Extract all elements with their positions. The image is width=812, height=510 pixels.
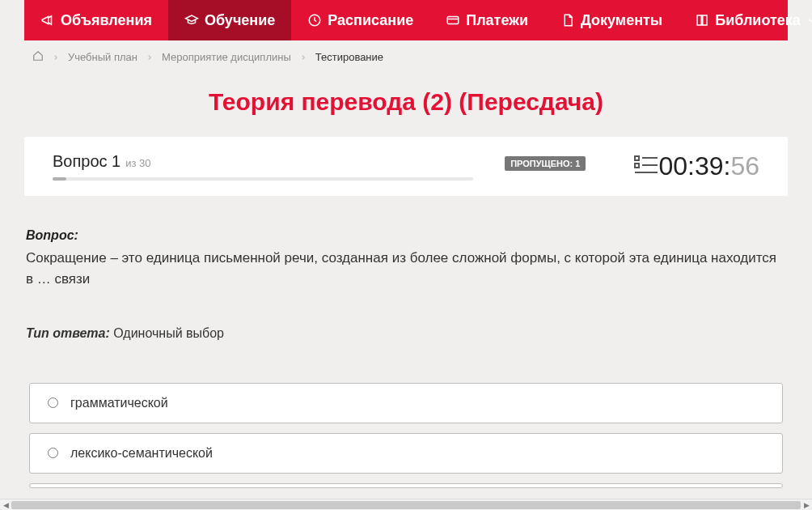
- document-icon: [560, 13, 575, 28]
- nav-item-payments[interactable]: Платежи: [429, 0, 544, 40]
- progress-fill: [53, 177, 66, 181]
- answer-option[interactable]: лексико-семантической: [29, 433, 783, 474]
- question-total-label: из 30: [125, 157, 150, 169]
- question-body: Вопрос: Сокращение – это единица письмен…: [24, 228, 788, 341]
- nav-label: Платежи: [466, 12, 528, 29]
- scroll-left-arrow-icon[interactable]: ◀: [0, 499, 11, 511]
- skipped-badge: ПРОПУЩЕНО: 1: [505, 156, 586, 171]
- nav-label: Библиотека: [715, 12, 801, 29]
- clock-icon: [307, 13, 322, 28]
- timer-seconds: 56: [730, 151, 759, 181]
- horizontal-scrollbar[interactable]: ◀ ▶: [0, 499, 812, 510]
- answer-option[interactable]: грамматической: [29, 383, 783, 423]
- answer-radio[interactable]: [48, 448, 58, 458]
- nav-label: Документы: [581, 12, 662, 29]
- chevron-right-icon: [299, 53, 307, 62]
- svg-rect-2: [635, 156, 639, 160]
- page-title: Теория перевода (2) (Пересдача): [24, 88, 788, 116]
- nav-item-announcements[interactable]: Объявления: [24, 0, 168, 40]
- chevron-right-icon: [146, 53, 154, 62]
- answer-label: лексико-семантической: [70, 446, 213, 461]
- breadcrumb: Учебный план Мероприятие дисциплины Тест…: [24, 40, 788, 74]
- top-nav: Объявления Обучение Расписание Платежи: [24, 0, 788, 40]
- svg-rect-1: [447, 17, 459, 24]
- breadcrumb-item-current: Тестирование: [315, 51, 383, 63]
- question-number-label: Вопрос 1: [53, 152, 121, 171]
- chevron-right-icon: [52, 53, 60, 62]
- svg-rect-4: [635, 164, 639, 168]
- timer-main: 00:39:: [658, 151, 730, 181]
- answer-label: грамматической: [70, 396, 168, 410]
- nav-item-library[interactable]: Библиотека: [679, 0, 812, 40]
- scroll-right-arrow-icon[interactable]: ▶: [801, 499, 812, 511]
- home-icon[interactable]: [32, 50, 44, 64]
- answer-option[interactable]: [29, 483, 783, 488]
- breadcrumb-item[interactable]: Учебный план: [68, 51, 137, 63]
- status-card: Вопрос 1 из 30 ПРОПУЩЕНО: 1: [24, 137, 788, 196]
- progress-bar: [53, 177, 473, 181]
- question-heading: Вопрос:: [26, 228, 786, 243]
- answer-type-value: Одиночный выбор: [113, 326, 224, 340]
- timer: 00:39:56: [658, 151, 759, 181]
- megaphone-icon: [40, 13, 55, 28]
- nav-item-schedule[interactable]: Расписание: [291, 0, 429, 40]
- answer-type-label: Тип ответа:: [26, 326, 110, 340]
- chevron-down-icon: [806, 15, 812, 25]
- answers-list: грамматической лексико-семантической: [24, 383, 788, 488]
- nav-item-documents[interactable]: Документы: [544, 0, 679, 40]
- graduation-cap-icon: [184, 13, 199, 28]
- scroll-thumb[interactable]: [11, 501, 801, 509]
- breadcrumb-item[interactable]: Мероприятие дисциплины: [162, 51, 291, 63]
- nav-label: Расписание: [328, 12, 413, 29]
- question-list-toggle[interactable]: [634, 155, 658, 179]
- nav-item-education[interactable]: Обучение: [168, 0, 291, 40]
- nav-label: Объявления: [61, 12, 152, 29]
- card-icon: [446, 13, 460, 28]
- answer-radio[interactable]: [48, 397, 58, 408]
- nav-label: Обучение: [205, 12, 275, 29]
- question-text: Сокращение – это единица письменной речи…: [26, 248, 786, 291]
- scroll-track[interactable]: [11, 499, 801, 511]
- book-icon: [695, 13, 709, 28]
